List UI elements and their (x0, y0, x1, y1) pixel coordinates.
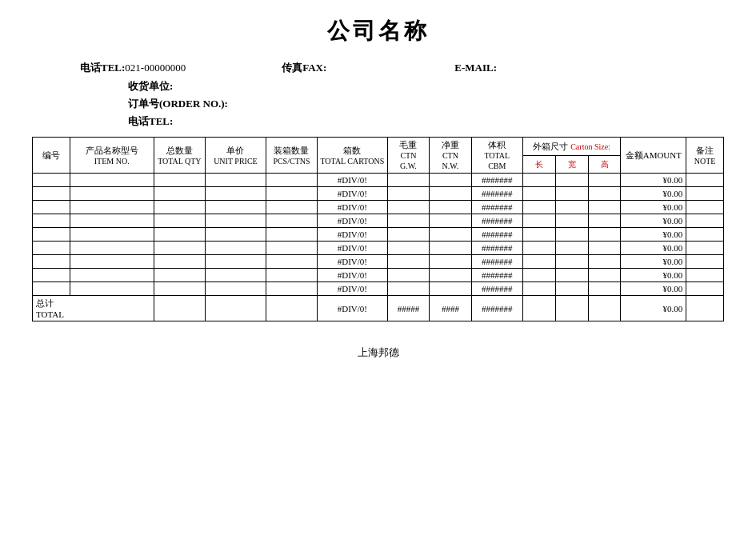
header-cbm: 体积 TOTAL CBM (471, 138, 522, 174)
total-nw: #### (430, 296, 472, 321)
total-en: TOTAL (36, 309, 152, 319)
header-cartons: 箱数 TOTAL CARTONS (318, 138, 388, 174)
header-height: 高 (588, 155, 621, 174)
table-row: #DIV/0! ####### ¥0.00 (33, 214, 724, 228)
total-cbm: ####### (471, 296, 522, 321)
email-label: E-MAIL: (454, 62, 497, 74)
header-pcs: 装箱数量 PCS/CTNS (266, 138, 317, 174)
total-cn: 总计 (36, 297, 152, 309)
table-row: #DIV/0! ####### ¥0.00 (33, 269, 724, 282)
footer-text: 上海邦德 (32, 345, 724, 360)
table-row: #DIV/0! ####### ¥0.00 (33, 187, 724, 201)
order-label: 订单号(ORDER NO.): (128, 98, 228, 110)
phone-value: 021-00000000 (125, 62, 186, 74)
total-gw: ##### (387, 296, 430, 321)
header-item: 产品名称型号 ITEM NO. (70, 138, 154, 174)
table-row: #DIV/0! ####### ¥0.00 (33, 174, 724, 187)
fax-label: 传真FAX: (282, 61, 326, 75)
header-carton-size: 外箱尺寸 Carton Size: (522, 138, 621, 156)
header-unit-price: 单价 UNIT PRICE (205, 138, 266, 174)
recipient-label: 收货单位: (128, 80, 173, 92)
header-no: 编号 (33, 138, 70, 174)
header-note: 备注 NOTE (686, 138, 724, 174)
total-amount: ¥0.00 (621, 296, 686, 321)
header-qty: 总数量 TOTAL QTY (154, 138, 205, 174)
phone-label: 电话TEL: (80, 61, 125, 75)
total-row: 总计 TOTAL #DIV/0! ##### #### ####### ¥0.0… (33, 296, 724, 321)
header-amount: 金额AMOUNT (621, 138, 686, 174)
table-row: #DIV/0! ####### ¥0.00 (33, 255, 724, 269)
table-row: #DIV/0! ####### ¥0.00 (33, 242, 724, 255)
main-table: 编号 产品名称型号 ITEM NO. 总数量 TOTAL QTY 单价 UNIT… (32, 137, 724, 321)
header-nw: 净重 CTN N.W. (430, 138, 472, 174)
table-row: #DIV/0! ####### ¥0.00 (33, 282, 724, 296)
table-row: #DIV/0! ####### ¥0.00 (33, 201, 724, 214)
tel2-label: 电话TEL: (128, 115, 173, 127)
table-row: #DIV/0! ####### ¥0.00 (33, 228, 724, 242)
header-length: 长 (522, 155, 555, 174)
header-width: 宽 (555, 155, 588, 174)
total-error: #DIV/0! (318, 296, 388, 321)
header-gw: 毛重 CTN G.W. (387, 138, 430, 174)
page-title: 公司名称 (32, 16, 724, 46)
